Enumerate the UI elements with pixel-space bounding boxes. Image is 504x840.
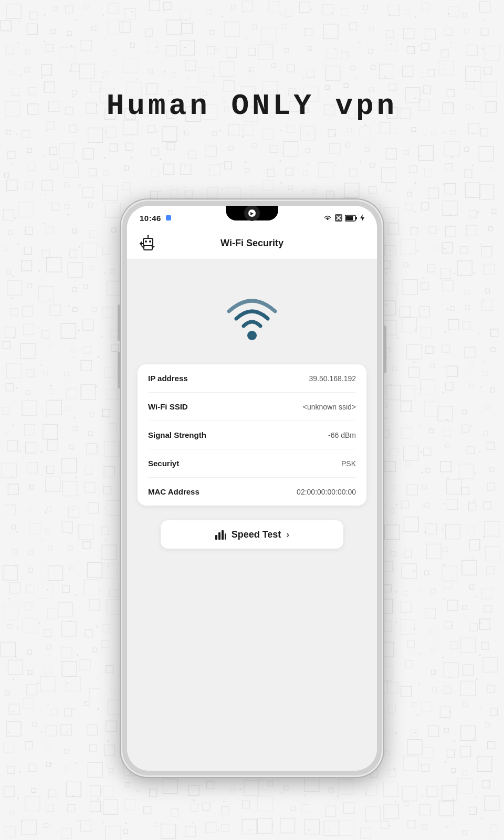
screen-title: Wi-Fi Security xyxy=(220,238,284,249)
notch-arrow-icon: ▶ xyxy=(248,209,256,217)
content-area: IP address 39.50.168.192 Wi-Fi SSID <unk… xyxy=(127,259,377,771)
status-right xyxy=(323,214,364,222)
ip-label: IP address xyxy=(148,374,188,383)
security-label: Securiyt xyxy=(148,459,179,468)
ip-value: 39.50.168.192 xyxy=(309,374,356,383)
signal-row: Signal Strength -66 dBm xyxy=(148,421,356,449)
svg-point-11 xyxy=(148,235,149,236)
svg-rect-4 xyxy=(355,217,357,219)
back-button[interactable] xyxy=(138,233,159,254)
svg-rect-5 xyxy=(346,216,353,220)
mac-row: MAC Address 02:00:00:00:00:00 xyxy=(148,478,356,506)
svg-point-16 xyxy=(247,331,257,340)
bar-chart-icon xyxy=(215,529,226,540)
status-time: 10:46 xyxy=(140,214,161,223)
svg-point-9 xyxy=(149,240,151,243)
signal-value: -66 dBm xyxy=(328,431,356,439)
chevron-right-icon: › xyxy=(286,529,289,540)
status-x-icon xyxy=(335,214,342,222)
svg-rect-19 xyxy=(222,530,224,540)
security-value: PSK xyxy=(341,459,356,468)
ssid-value: <unknown ssid> xyxy=(303,403,356,411)
app-bar: Wi-Fi Security xyxy=(127,228,377,259)
svg-rect-7 xyxy=(143,238,153,246)
mac-value: 02:00:00:00:00:00 xyxy=(297,488,356,496)
app-title: Human ONLY vpn xyxy=(0,89,504,123)
phone-frame: ▶ 10:46 xyxy=(121,200,383,777)
mac-label: MAC Address xyxy=(148,487,200,496)
signal-label: Signal Strength xyxy=(148,430,206,439)
phone-screen: ▶ 10:46 xyxy=(127,206,377,771)
ssid-row: Wi-Fi SSID <unknown ssid> xyxy=(148,393,356,421)
status-indicator xyxy=(166,215,171,220)
ssid-label: Wi-Fi SSID xyxy=(148,402,188,411)
wifi-icon xyxy=(220,286,284,343)
status-left: 10:46 xyxy=(140,214,171,223)
security-row: Securiyt PSK xyxy=(148,449,356,478)
info-card: IP address 39.50.168.192 Wi-Fi SSID <unk… xyxy=(138,364,366,506)
notch-inner: ▶ xyxy=(244,206,260,221)
notch: ▶ xyxy=(226,206,278,220)
svg-rect-12 xyxy=(144,246,152,250)
status-flash-icon xyxy=(360,214,364,222)
wifi-icon-container xyxy=(220,286,284,343)
svg-rect-17 xyxy=(215,535,217,540)
svg-marker-6 xyxy=(360,214,364,222)
speed-test-button[interactable]: Speed Test › xyxy=(161,520,344,549)
status-battery-icon xyxy=(345,215,358,222)
svg-point-8 xyxy=(145,240,147,243)
status-wifi-icon xyxy=(323,214,332,222)
svg-rect-18 xyxy=(218,532,220,540)
ip-row: IP address 39.50.168.192 xyxy=(148,364,356,393)
robot-back-icon xyxy=(139,234,158,253)
svg-rect-20 xyxy=(225,533,226,540)
speed-test-label: Speed Test xyxy=(232,529,281,540)
